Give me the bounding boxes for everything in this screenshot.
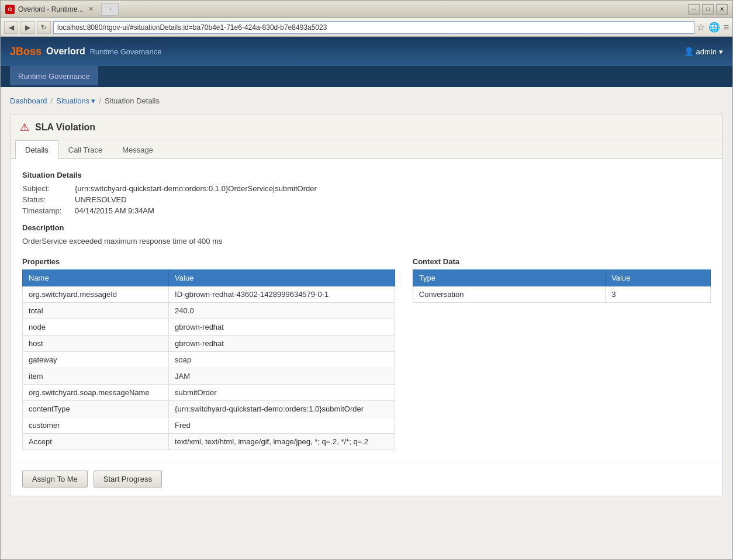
property-value: gbrown-redhat [169,319,395,336]
maximize-button[interactable]: □ [702,4,714,15]
status-label: Status: [22,195,75,204]
properties-col-value: Value [169,270,395,286]
breadcrumb-sep-1: / [51,96,53,105]
breadcrumb-situations[interactable]: Situations ▾ [56,96,95,105]
timestamp-label: Timestamp: [22,206,75,215]
context-header-row: Type Value [413,270,710,286]
breadcrumb: Dashboard / Situations ▾ / Situation Det… [10,96,723,105]
alert-icon: ⚠ [20,121,29,134]
close-button[interactable]: ✕ [716,4,728,15]
property-value: {urn:switchyard-quickstart-demo:orders:1… [169,401,395,417]
property-value: gbrown-redhat [169,336,395,352]
table-row: contentType{urn:switchyard-quickstart-de… [23,401,395,417]
timestamp-row: Timestamp: 04/14/2015 AM 9:34AM [22,206,711,215]
context-value: 3 [606,286,711,303]
globe-icon[interactable]: 🌐 [708,22,720,33]
timestamp-value: 04/14/2015 AM 9:34AM [75,206,154,215]
description-title: Description [22,223,711,232]
context-col-type: Type [413,270,605,286]
address-bar[interactable]: localhost:8080/rtgov-ui/#situationDetail… [53,21,694,34]
reload-button[interactable]: ↻ [37,21,51,34]
table-row: org.switchyard.messageIdID-gbrown-redhat… [23,286,395,303]
property-value: ID-gbrown-redhat-43602-1428999634579-0-1 [169,286,395,303]
breadcrumb-sep-2: / [99,96,101,105]
context-data-section: Context Data Type Value Conversation3 [413,257,711,450]
url-text: localhost:8080/rtgov-ui/#situationDetail… [57,23,327,32]
assign-to-me-button[interactable]: Assign To Me [22,471,88,488]
properties-col-name: Name [23,270,169,286]
property-name: org.switchyard.messageId [23,286,169,303]
user-menu[interactable]: 👤 admin ▾ [684,47,723,56]
context-data-title: Context Data [413,257,711,266]
context-type: Conversation [413,286,605,303]
property-value: soap [169,352,395,368]
table-row: customerFred [23,417,395,434]
start-progress-button[interactable]: Start Progress [94,471,162,488]
brand: JBoss Overlord Runtime Governance [10,46,162,58]
tables-row: Properties Name Value org.switchyard.mes… [22,257,711,450]
properties-table: Name Value org.switchyard.messageIdID-gb… [22,269,395,450]
action-bar: Assign To Me Start Progress [11,462,722,496]
tab-content-details: Situation Details Subject: {urn:switchya… [11,159,722,462]
property-value: text/xml, text/html, image/gif, image/jp… [169,434,395,450]
content-area: Dashboard / Situations ▾ / Situation Det… [1,87,732,559]
tab-call-trace[interactable]: Call Trace [58,140,113,159]
properties-section: Properties Name Value org.switchyard.mes… [22,257,395,450]
tab-details[interactable]: Details [15,140,58,159]
tab-close-button[interactable]: ✕ [87,5,95,13]
minimize-button[interactable]: ─ [688,4,700,15]
property-value: Fred [169,417,395,434]
tab-favicon: O [5,5,15,14]
title-bar: O Overlord - Runtime... ✕ + ─ □ ✕ [1,1,732,18]
properties-title: Properties [22,257,395,266]
context-col-value: Value [606,270,711,286]
property-name: customer [23,417,169,434]
property-name: Accept [23,434,169,450]
table-row: Conversation3 [413,286,710,303]
subject-value: {urn:switchyard-quickstart-demo:orders:0… [75,184,317,193]
status-value: UNRESOLVED [75,195,127,204]
context-data-table: Type Value Conversation3 [413,269,711,303]
table-row: nodegbrown-redhat [23,319,395,336]
user-dropdown-icon: ▾ [719,47,723,56]
app-header: JBoss Overlord Runtime Governance 👤 admi… [1,37,732,66]
situations-dropdown-icon: ▾ [91,96,95,105]
back-button[interactable]: ◀ [4,21,18,34]
new-tab-button[interactable]: + [101,3,119,16]
table-row: Accepttext/xml, text/html, image/gif, im… [23,434,395,450]
nav-runtime-governance[interactable]: Runtime Governance [10,66,98,87]
property-name: host [23,336,169,352]
property-value: JAM [169,368,395,385]
brand-logo: JBoss [10,46,42,58]
table-row: total240.0 [23,303,395,319]
user-name: admin [696,47,717,56]
tab-message[interactable]: Message [112,140,163,159]
situation-panel: ⚠ SLA Violation Details Call Trace Messa… [10,115,723,496]
browser-icons: ☆ 🌐 ≡ [697,22,729,33]
breadcrumb-current: Situation Details [105,96,160,105]
forward-button[interactable]: ▶ [20,21,34,34]
situation-details-title: Situation Details [22,171,711,179]
menu-icon[interactable]: ≡ [724,22,729,33]
situation-header: ⚠ SLA Violation [11,115,722,140]
browser-window: O Overlord - Runtime... ✕ + ─ □ ✕ ◀ ▶ ↻ … [0,0,733,560]
subject-label: Subject: [22,184,75,193]
breadcrumb-dashboard[interactable]: Dashboard [10,96,47,105]
table-row: hostgbrown-redhat [23,336,395,352]
property-value: 240.0 [169,303,395,319]
bookmark-icon[interactable]: ☆ [697,22,705,33]
property-name: item [23,368,169,385]
property-name: total [23,303,169,319]
property-value: submitOrder [169,385,395,401]
properties-header-row: Name Value [23,270,395,286]
user-icon: 👤 [684,47,694,56]
description-text: OrderService exceeded maximum response t… [22,237,711,246]
property-name: node [23,319,169,336]
situation-title: SLA Violation [35,122,95,133]
property-name: gateway [23,352,169,368]
table-row: gatewaysoap [23,352,395,368]
property-name: contentType [23,401,169,417]
brand-name: Overlord [46,46,85,57]
property-name: org.switchyard.soap.messageName [23,385,169,401]
window-controls: ─ □ ✕ [688,4,728,15]
